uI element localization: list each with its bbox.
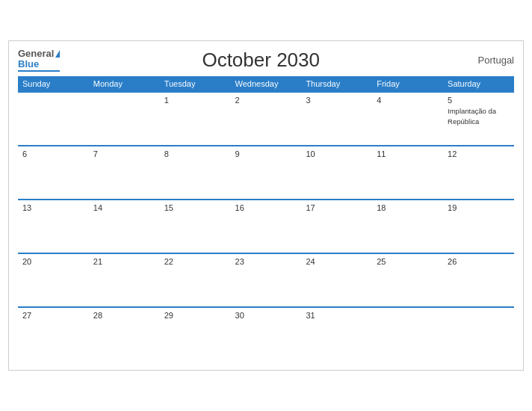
calendar-week-row: 13141516171819 (18, 200, 514, 253)
day-number: 30 (235, 311, 297, 320)
calendar-header: General Blue October 2030 Portugal (18, 49, 514, 72)
day-number: 2 (235, 96, 297, 105)
calendar-day-cell: 23 (231, 253, 302, 307)
calendar-day-cell: 1 (160, 92, 231, 146)
calendar-day-cell: 27 (18, 307, 89, 361)
calendar: General Blue October 2030 Portugal Sunda… (8, 40, 524, 371)
day-number: 29 (164, 311, 226, 320)
logo: General Blue (18, 49, 60, 72)
calendar-body: 12345Implantação da República67891011121… (18, 92, 514, 361)
calendar-day-cell: 26 (443, 253, 514, 307)
logo-blue-text: Blue (18, 59, 39, 69)
day-number: 3 (306, 96, 368, 105)
day-number: 31 (306, 311, 368, 320)
calendar-day-cell: 12 (443, 146, 514, 200)
day-number: 5 (448, 96, 510, 105)
day-number: 18 (377, 203, 439, 212)
calendar-day-cell: 20 (18, 253, 89, 307)
day-number: 28 (93, 311, 155, 320)
calendar-day-cell: 22 (160, 253, 231, 307)
calendar-day-cell: 7 (89, 146, 160, 200)
day-number: 20 (22, 257, 84, 266)
logo-underline (18, 70, 60, 72)
day-number: 10 (306, 149, 368, 158)
calendar-day-cell: 14 (89, 200, 160, 253)
day-number: 25 (377, 257, 439, 266)
day-number: 9 (235, 149, 297, 158)
day-number: 13 (22, 203, 84, 212)
day-number: 26 (448, 257, 510, 266)
calendar-weekdays: SundayMondayTuesdayWednesdayThursdayFrid… (18, 76, 514, 92)
calendar-day-cell: 5Implantação da República (443, 92, 514, 146)
day-number: 19 (448, 203, 510, 212)
calendar-day-cell: 18 (372, 200, 443, 253)
calendar-day-cell: 16 (231, 200, 302, 253)
calendar-week-row: 12345Implantação da República (18, 92, 514, 146)
day-number: 15 (164, 203, 226, 212)
day-number: 8 (164, 149, 226, 158)
calendar-day-cell: 3 (301, 92, 372, 146)
calendar-day-cell: 9 (231, 146, 302, 200)
weekday-header: Wednesday (231, 76, 302, 92)
day-number: 17 (306, 203, 368, 212)
calendar-day-cell: 30 (231, 307, 302, 361)
calendar-day-cell: 4 (372, 92, 443, 146)
calendar-day-cell: 11 (372, 146, 443, 200)
weekday-header: Friday (372, 76, 443, 92)
calendar-day-cell (18, 92, 89, 146)
weekday-row: SundayMondayTuesdayWednesdayThursdayFrid… (18, 76, 514, 92)
logo-general-text: General (18, 49, 54, 59)
weekday-header: Tuesday (160, 76, 231, 92)
day-number: 14 (93, 203, 155, 212)
day-event: Implantação da República (448, 107, 496, 125)
calendar-week-row: 2728293031 (18, 307, 514, 361)
day-number: 11 (377, 149, 439, 158)
calendar-day-cell: 6 (18, 146, 89, 200)
calendar-day-cell: 24 (301, 253, 372, 307)
weekday-header: Saturday (443, 76, 514, 92)
calendar-day-cell (372, 307, 443, 361)
day-number: 24 (306, 257, 368, 266)
calendar-day-cell: 28 (89, 307, 160, 361)
calendar-day-cell: 13 (18, 200, 89, 253)
day-number: 7 (93, 149, 155, 158)
calendar-day-cell: 15 (160, 200, 231, 253)
calendar-day-cell: 10 (301, 146, 372, 200)
weekday-header: Thursday (301, 76, 372, 92)
calendar-day-cell: 19 (443, 200, 514, 253)
day-number: 4 (377, 96, 439, 105)
calendar-day-cell (443, 307, 514, 361)
weekday-header: Sunday (18, 76, 89, 92)
calendar-day-cell: 2 (231, 92, 302, 146)
day-number: 23 (235, 257, 297, 266)
calendar-day-cell: 8 (160, 146, 231, 200)
day-number: 21 (93, 257, 155, 266)
day-number: 22 (164, 257, 226, 266)
calendar-day-cell: 17 (301, 200, 372, 253)
calendar-day-cell: 31 (301, 307, 372, 361)
calendar-country: Portugal (462, 55, 514, 66)
calendar-title: October 2030 (60, 49, 462, 72)
day-number: 1 (164, 96, 226, 105)
weekday-header: Monday (89, 76, 160, 92)
day-number: 16 (235, 203, 297, 212)
calendar-day-cell: 29 (160, 307, 231, 361)
calendar-week-row: 6789101112 (18, 146, 514, 200)
calendar-day-cell: 21 (89, 253, 160, 307)
calendar-day-cell (89, 92, 160, 146)
day-number: 27 (22, 311, 84, 320)
day-number: 12 (448, 149, 510, 158)
calendar-day-cell: 25 (372, 253, 443, 307)
day-number: 6 (22, 149, 84, 158)
calendar-week-row: 20212223242526 (18, 253, 514, 307)
calendar-grid: SundayMondayTuesdayWednesdayThursdayFrid… (18, 76, 514, 361)
